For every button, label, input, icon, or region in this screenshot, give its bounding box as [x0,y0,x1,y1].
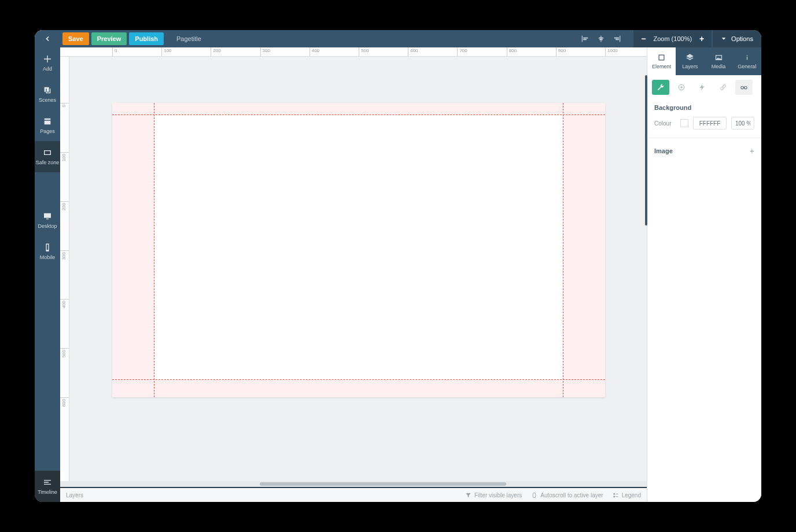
sidebar-label: Desktop [38,223,57,229]
page-title-field[interactable]: Pagetitle [176,35,201,42]
autoscroll-icon [531,492,537,498]
canvas-viewport[interactable] [69,57,647,481]
pages-icon [43,117,52,126]
section-image[interactable]: Image + [647,141,761,161]
filter-icon [465,492,471,498]
sidebar-desktop[interactable]: Desktop [35,205,60,236]
legend-toggle[interactable]: Legend [613,492,641,498]
sidebar-label: Scenes [39,97,56,103]
sidebar-label: Add [43,66,52,72]
canvas-area: 01002003004005006007008009001000 0100200… [60,47,647,502]
preview-button[interactable]: Preview [91,32,127,45]
bolt-icon [698,83,706,91]
filter-visible-layers[interactable]: Filter visible layers [465,492,522,498]
publish-button[interactable]: Publish [129,32,164,45]
artboard[interactable] [112,103,605,397]
legend-icon [613,492,619,498]
sidebar-timeline[interactable]: Timeline [35,471,60,502]
sidebar-pages[interactable]: Pages [35,110,60,141]
chevron-left-icon [44,35,51,42]
scenes-icon [43,86,52,95]
prop-colour: Colour [647,114,761,135]
colour-hex-input[interactable] [693,117,727,130]
ruler-vertical[interactable]: 0100200300400500600 [60,57,69,481]
app-window: Save Preview Publish Pagetitle − Zoom (1… [35,30,761,502]
right-panel: Element Layers Media General [647,47,761,502]
ruler-horizontal[interactable]: 01002003004005006007008009001000 [60,47,647,57]
sidebar-scenes[interactable]: Scenes [35,79,60,110]
layers-panel-label[interactable]: Layers [66,492,83,498]
left-sidebar: Add Scenes Pages Safe zone Desktop Mobil… [35,47,60,502]
sidebar-add[interactable]: Add [35,47,60,79]
alignment-tools [580,35,622,43]
options-label: Options [731,35,753,42]
element-subtabs [647,75,761,99]
zoom-controls: − Zoom (100%) + [633,30,712,47]
mobile-icon [43,243,52,252]
tab-layers[interactable]: Layers [676,47,704,75]
panel-scroll-indicator[interactable] [645,75,647,226]
sidebar-label: Safe zone [36,160,60,165]
options-dropdown[interactable]: Options [713,30,761,47]
subtab-actions[interactable] [694,80,711,95]
zoom-out-button[interactable]: − [639,34,647,43]
subtab-visibility[interactable] [735,80,753,95]
chevron-down-icon [721,36,727,42]
target-icon [677,83,686,91]
plus-icon: + [750,146,754,156]
colour-opacity-input[interactable] [731,117,754,130]
sidebar-mobile[interactable]: Mobile [35,236,60,267]
layers-icon [686,53,694,62]
align-right-icon[interactable] [613,35,622,43]
align-left-icon[interactable] [580,35,589,43]
back-button[interactable] [35,30,60,47]
zoom-in-button[interactable]: + [698,34,706,43]
save-button[interactable]: Save [62,32,89,45]
glasses-icon [740,83,748,91]
zoom-label[interactable]: Zoom (100%) [653,35,692,42]
media-icon [714,53,723,62]
sidebar-label: Mobile [40,254,56,260]
colour-swatch[interactable] [680,119,688,127]
svg-point-1 [680,86,683,88]
wrench-icon [657,83,665,91]
subtab-link[interactable] [714,80,732,95]
element-icon [657,53,666,62]
tab-element[interactable]: Element [647,47,676,75]
timeline-icon [43,478,52,487]
safezone-icon [43,148,52,157]
subtab-properties[interactable] [652,80,669,95]
bottom-bar: Layers Filter visible layers Autoscroll … [60,487,647,502]
subtab-target[interactable] [673,80,690,95]
sidebar-safezone[interactable]: Safe zone [35,141,60,172]
section-background: Background [647,99,761,114]
tab-media[interactable]: Media [705,47,733,75]
horizontal-scrollbar[interactable] [60,481,647,487]
tab-general[interactable]: General [733,47,761,75]
autoscroll-active-layer[interactable]: Autoscroll to active layer [531,492,603,498]
info-icon [743,53,751,62]
desktop-icon [43,212,52,221]
colour-label: Colour [654,120,676,127]
link-icon [719,83,727,91]
plus-icon [43,54,52,64]
right-tabs: Element Layers Media General [647,47,761,75]
align-center-icon[interactable] [596,35,606,43]
sidebar-label: Timeline [38,489,57,495]
safe-zone-overlay [112,103,605,397]
top-header: Save Preview Publish Pagetitle − Zoom (1… [35,30,761,47]
scrollbar-thumb[interactable] [260,482,506,486]
sidebar-label: Pages [40,128,55,134]
